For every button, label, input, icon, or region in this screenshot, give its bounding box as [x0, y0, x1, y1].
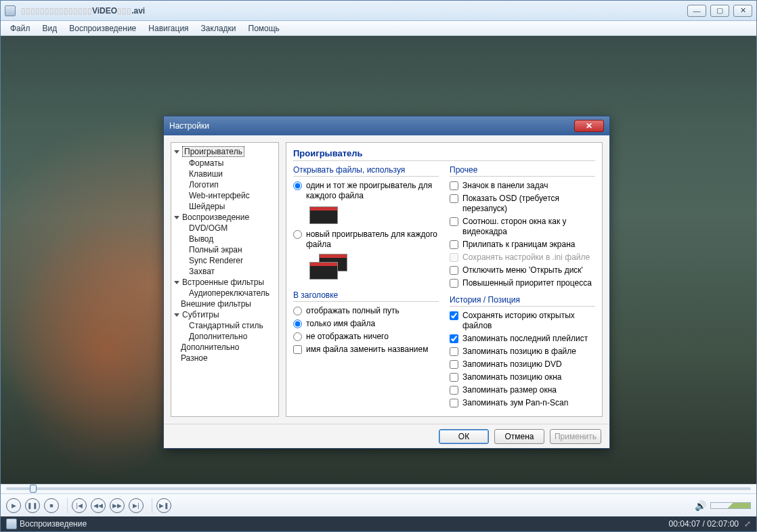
forward-button[interactable]: ▶▶ [110, 498, 125, 513]
group-history: История / Позиция [450, 295, 595, 307]
settings-content: Проигрыватель Открывать файлы, используя… [286, 142, 603, 417]
menu-file[interactable]: Файл [5, 22, 36, 35]
ok-button[interactable]: ОК [439, 429, 489, 444]
tree-web[interactable]: Web-интерфейс [174, 190, 276, 201]
menu-navigation[interactable]: Навигация [143, 22, 194, 35]
single-player-thumb [309, 206, 338, 224]
dialog-title: Настройки [169, 121, 209, 131]
settings-tree[interactable]: Проигрыватель Форматы Клавиши Логотип We… [171, 142, 279, 417]
content-heading: Проигрыватель [293, 148, 595, 161]
cancel-button[interactable]: Отмена [494, 429, 544, 444]
expand-icon [174, 313, 179, 317]
menu-view[interactable]: Вид [37, 22, 63, 35]
tree-extfilters[interactable]: Внешние фильтры [174, 298, 276, 309]
tree-playback[interactable]: Воспроизведение [174, 212, 276, 223]
menu-playback[interactable]: Воспроизведение [64, 22, 142, 35]
playback-state: Воспроизведение [20, 519, 87, 529]
minimize-button[interactable]: — [687, 5, 706, 17]
tree-logo[interactable]: Логотип [174, 179, 276, 190]
status-icon [6, 518, 17, 529]
expand-icon[interactable]: ⤢ [744, 519, 751, 529]
radio-same-player[interactable]: один и тот же проигрыватель для каждого … [293, 181, 439, 201]
multi-player-thumb [309, 254, 350, 284]
tree-extra-sub[interactable]: Дополнительно [174, 331, 276, 342]
app-icon [5, 5, 16, 16]
tree-stdstyle[interactable]: Стандартный стиль [174, 320, 276, 331]
tree-fullscreen[interactable]: Полный экран [174, 244, 276, 255]
menu-bookmarks[interactable]: Закладки [196, 22, 242, 35]
volume-slider[interactable] [710, 502, 751, 509]
radio-nothing[interactable]: не отображать ничего [293, 332, 439, 342]
chk-filepos[interactable]: Запоминать позицию в файле [450, 347, 595, 357]
tree-dvd[interactable]: DVD/OGM [174, 223, 276, 234]
time-display: 00:04:07 / 02:07:00 [669, 519, 739, 529]
status-bar: Воспроизведение 00:04:07 / 02:07:00 ⤢ [1, 516, 756, 531]
group-other: Прочее [450, 165, 595, 177]
chk-tray-icon[interactable]: Значок в панели задач [450, 181, 595, 191]
settings-dialog: Настройки ✕ Проигрыватель Форматы Клавиш… [163, 116, 610, 449]
chk-snap[interactable]: Прилипать к границам экрана [450, 240, 595, 250]
titlebar[interactable]: ▯▯▯▯▯▯▯▯▯▯▯▯▯▯▯ViDEO▯▯▯.avi — ▢ ✕ [1, 1, 756, 21]
tree-player[interactable]: Проигрыватель [174, 146, 276, 158]
close-button[interactable]: ✕ [733, 5, 752, 17]
skip-fwd-button[interactable]: ▶| [129, 498, 144, 513]
tree-subtitles[interactable]: Субтитры [174, 309, 276, 320]
expand-icon [174, 281, 179, 284]
pause-button[interactable]: ❚❚ [25, 498, 40, 513]
group-title-display: В заголовке [293, 290, 439, 302]
speaker-icon[interactable]: 🔊 [695, 500, 706, 511]
tree-intfilters[interactable]: Встроенные фильтры [174, 277, 276, 288]
right-column: Прочее Значок в панели задач Показать OS… [450, 164, 595, 411]
stop-button[interactable]: ■ [44, 498, 59, 513]
playback-controls: ▶ ❚❚ ■ |◀ ◀◀ ▶▶ ▶| ▶❚ 🔊 [1, 493, 756, 516]
chk-history[interactable]: Сохранять историю открытых файлов [450, 311, 595, 331]
chk-aspect[interactable]: Соотнош. сторон окна как у видеокадра [450, 217, 595, 237]
chk-osd[interactable]: Показать OSD (требуется перезапуск) [450, 194, 595, 214]
rewind-button[interactable]: ◀◀ [91, 498, 106, 513]
maximize-button[interactable]: ▢ [710, 5, 729, 17]
group-open-files: Открывать файлы, используя [293, 165, 439, 177]
video-area[interactable]: Настройки ✕ Проигрыватель Форматы Клавиш… [1, 36, 756, 484]
window-title: ▯▯▯▯▯▯▯▯▯▯▯▯▯▯▯ViDEO▯▯▯.avi [18, 6, 687, 16]
tree-extra[interactable]: Дополнительно [174, 342, 276, 353]
separator [152, 498, 152, 513]
expand-icon [174, 216, 179, 219]
chk-playlist[interactable]: Запоминать последний плейлист [450, 334, 595, 344]
chk-nodisc[interactable]: Отключить меню 'Открыть диск' [450, 265, 595, 275]
tree-capture[interactable]: Захват [174, 266, 276, 277]
chk-dvdpos[interactable]: Запоминать позицию DVD [450, 359, 595, 370]
chk-ini: Сохранять настройки в .ini файле [450, 252, 595, 263]
step-button[interactable]: ▶❚ [156, 498, 171, 513]
dialog-titlebar[interactable]: Настройки ✕ [164, 116, 609, 135]
seek-bar[interactable] [1, 484, 756, 493]
expand-icon [174, 150, 179, 154]
chk-priority[interactable]: Повышенный приоритет процесса [450, 278, 595, 288]
tree-misc[interactable]: Разное [174, 353, 276, 363]
radio-filename[interactable]: только имя файла [293, 319, 439, 329]
apply-button: Применить [550, 429, 601, 444]
tree-audiosw[interactable]: Аудиопереключатель [174, 288, 276, 298]
chk-winsize[interactable]: Запоминать размер окна [450, 385, 595, 395]
menu-bar: Файл Вид Воспроизведение Навигация Закла… [1, 21, 756, 36]
dialog-close-button[interactable]: ✕ [574, 120, 604, 132]
main-window: ▯▯▯▯▯▯▯▯▯▯▯▯▯▯▯ViDEO▯▯▯.avi — ▢ ✕ Файл В… [0, 0, 757, 532]
left-column: Открывать файлы, используя один и тот же… [293, 164, 439, 411]
menu-help[interactable]: Помощь [243, 22, 285, 35]
dialog-footer: ОК Отмена Применить [164, 424, 609, 448]
chk-panzoom[interactable]: Запоминать зум Pan-n-Scan [450, 398, 595, 408]
seek-thumb[interactable] [30, 485, 37, 493]
tree-formats[interactable]: Форматы [174, 158, 276, 169]
separator [67, 498, 68, 513]
radio-full-path[interactable]: отображать полный путь [293, 306, 439, 316]
radio-new-player[interactable]: новый проигрыватель для каждого файла [293, 229, 439, 250]
tree-keys[interactable]: Клавиши [174, 169, 276, 179]
volume-control: 🔊 [695, 500, 751, 511]
skip-back-button[interactable]: |◀ [72, 498, 87, 513]
tree-sync[interactable]: Sync Renderer [174, 255, 276, 266]
play-button[interactable]: ▶ [6, 498, 21, 513]
tree-shaders[interactable]: Шейдеры [174, 201, 276, 212]
chk-replace-name[interactable]: имя файла заменить названием [293, 345, 439, 355]
tree-output[interactable]: Вывод [174, 234, 276, 244]
chk-winpos[interactable]: Запоминать позицию окна [450, 372, 595, 382]
